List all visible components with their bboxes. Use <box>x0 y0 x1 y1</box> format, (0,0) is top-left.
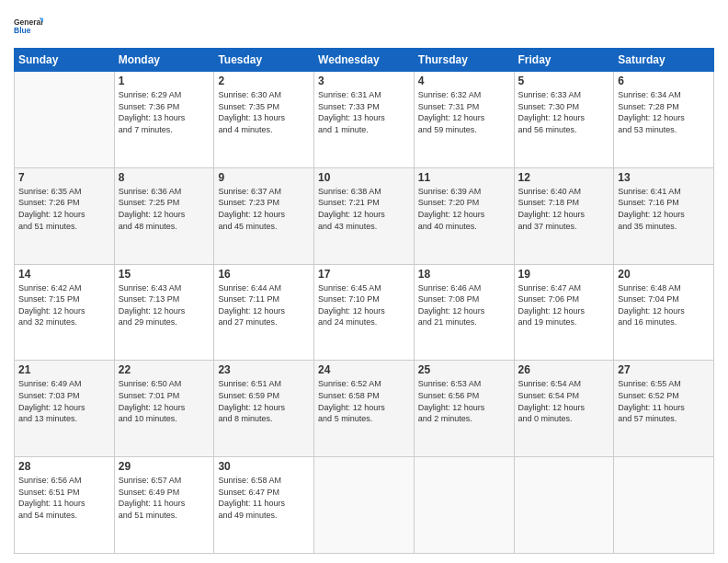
day-info-line: Sunrise: 6:45 AM <box>318 283 381 293</box>
day-info-line: Daylight: 12 hours <box>618 210 685 219</box>
day-number: 8 <box>119 171 210 184</box>
day-info-line: Sunset: 7:33 PM <box>318 102 380 111</box>
day-info-line: Daylight: 12 hours <box>418 210 485 219</box>
day-info: Sunrise: 6:48 AMSunset: 7:04 PMDaylight:… <box>618 282 710 328</box>
calendar-cell: 1Sunrise: 6:29 AMSunset: 7:36 PMDaylight… <box>114 72 214 168</box>
calendar-cell: 18Sunrise: 6:46 AMSunset: 7:08 PMDayligh… <box>414 264 514 361</box>
day-info-line: Sunrise: 6:33 AM <box>518 90 582 99</box>
col-sunday: Sunday <box>15 49 115 72</box>
day-number: 27 <box>618 363 710 376</box>
day-info-line: Daylight: 12 hours <box>418 403 485 412</box>
calendar-cell: 20Sunrise: 6:48 AMSunset: 7:04 PMDayligh… <box>614 264 714 361</box>
day-info-line: Sunset: 7:06 PM <box>518 294 580 304</box>
day-info: Sunrise: 6:30 AMSunset: 7:35 PMDaylight:… <box>218 89 310 135</box>
day-info-line: Sunrise: 6:44 AM <box>218 283 281 293</box>
day-info-line: Sunrise: 6:47 AM <box>518 283 582 293</box>
day-info-line: and 51 minutes. <box>119 511 177 520</box>
calendar-cell: 25Sunrise: 6:53 AMSunset: 6:56 PMDayligh… <box>414 361 514 457</box>
day-info-line: and 7 minutes. <box>119 125 173 134</box>
calendar-cell: 16Sunrise: 6:44 AMSunset: 7:11 PMDayligh… <box>214 264 314 361</box>
day-info-line: Sunrise: 6:42 AM <box>18 283 82 293</box>
calendar-cell: 13Sunrise: 6:41 AMSunset: 7:16 PMDayligh… <box>614 167 714 264</box>
day-info-line: Sunset: 7:13 PM <box>119 294 180 304</box>
day-info-line: Daylight: 12 hours <box>518 306 586 316</box>
day-info-line: Daylight: 12 hours <box>119 306 186 316</box>
day-number: 19 <box>518 268 610 281</box>
day-info-line: Daylight: 11 hours <box>18 499 85 508</box>
day-info: Sunrise: 6:56 AMSunset: 6:51 PMDaylight:… <box>18 475 110 521</box>
day-number: 20 <box>618 268 710 281</box>
day-info-line: Sunrise: 6:32 AM <box>418 90 482 99</box>
day-info-line: Daylight: 11 hours <box>218 499 285 508</box>
col-monday: Monday <box>114 49 214 72</box>
day-info-line: Sunrise: 6:39 AM <box>418 187 482 196</box>
day-info-line: and 10 minutes. <box>119 414 177 423</box>
calendar-cell: 28Sunrise: 6:56 AMSunset: 6:51 PMDayligh… <box>15 457 115 554</box>
day-info-line: Sunset: 7:35 PM <box>218 102 279 111</box>
col-thursday: Thursday <box>414 49 514 72</box>
day-info-line: Sunset: 6:51 PM <box>18 488 80 497</box>
day-info: Sunrise: 6:49 AMSunset: 7:03 PMDaylight:… <box>18 378 110 424</box>
calendar-cell: 8Sunrise: 6:36 AMSunset: 7:25 PMDaylight… <box>114 167 214 264</box>
day-info-line: Daylight: 13 hours <box>318 113 385 122</box>
day-info-line: and 56 minutes. <box>518 125 577 134</box>
day-info-line: Sunrise: 6:37 AM <box>218 187 281 196</box>
svg-text:Blue: Blue <box>14 26 31 35</box>
day-number: 30 <box>218 460 310 473</box>
day-info-line: Daylight: 11 hours <box>119 499 186 508</box>
day-info-line: Daylight: 12 hours <box>218 306 285 316</box>
day-info-line: Sunrise: 6:58 AM <box>218 476 281 485</box>
day-info-line: Sunset: 7:03 PM <box>18 391 80 400</box>
day-info-line: Daylight: 12 hours <box>18 306 85 316</box>
calendar-week-5: 28Sunrise: 6:56 AMSunset: 6:51 PMDayligh… <box>15 457 714 554</box>
day-info-line: Daylight: 12 hours <box>418 306 485 316</box>
day-info-line: and 37 minutes. <box>518 222 577 231</box>
day-number: 21 <box>18 363 110 376</box>
day-info-line: and 51 minutes. <box>18 222 77 231</box>
day-info: Sunrise: 6:35 AMSunset: 7:26 PMDaylight:… <box>18 186 110 232</box>
calendar-cell: 24Sunrise: 6:52 AMSunset: 6:58 PMDayligh… <box>314 361 415 457</box>
day-info: Sunrise: 6:45 AMSunset: 7:10 PMDaylight:… <box>318 282 410 328</box>
col-friday: Friday <box>514 49 614 72</box>
day-info: Sunrise: 6:29 AMSunset: 7:36 PMDaylight:… <box>119 89 210 135</box>
day-info-line: Daylight: 12 hours <box>318 210 385 219</box>
day-info-line: Sunset: 6:52 PM <box>618 391 679 400</box>
day-info-line: Sunrise: 6:46 AM <box>418 283 482 293</box>
day-number: 5 <box>518 75 610 87</box>
calendar-cell: 12Sunrise: 6:40 AMSunset: 7:18 PMDayligh… <box>514 167 614 264</box>
day-number: 25 <box>418 363 510 376</box>
day-info-line: Sunrise: 6:41 AM <box>618 187 681 196</box>
day-info-line: Sunset: 7:08 PM <box>418 294 480 304</box>
svg-text:General: General <box>14 17 43 27</box>
calendar-cell: 10Sunrise: 6:38 AMSunset: 7:21 PMDayligh… <box>314 167 415 264</box>
col-wednesday: Wednesday <box>314 49 415 72</box>
day-number: 22 <box>119 363 210 376</box>
col-saturday: Saturday <box>614 49 714 72</box>
day-info-line: and 8 minutes. <box>218 414 272 423</box>
day-info-line: Daylight: 12 hours <box>18 210 85 219</box>
day-info-line: Daylight: 12 hours <box>18 403 85 412</box>
day-info-line: and 53 minutes. <box>618 125 677 134</box>
calendar-cell: 5Sunrise: 6:33 AMSunset: 7:30 PMDaylight… <box>514 72 614 168</box>
calendar-cell: 23Sunrise: 6:51 AMSunset: 6:59 PMDayligh… <box>214 361 314 457</box>
day-info-line: and 16 minutes. <box>618 317 677 327</box>
day-info-line: Daylight: 13 hours <box>119 113 186 122</box>
day-info-line: Sunset: 6:54 PM <box>518 391 580 400</box>
day-info-line: Sunrise: 6:49 AM <box>18 379 82 388</box>
calendar-cell: 19Sunrise: 6:47 AMSunset: 7:06 PMDayligh… <box>514 264 614 361</box>
day-info: Sunrise: 6:40 AMSunset: 7:18 PMDaylight:… <box>518 186 610 232</box>
day-info: Sunrise: 6:33 AMSunset: 7:30 PMDaylight:… <box>518 89 610 135</box>
day-info: Sunrise: 6:38 AMSunset: 7:21 PMDaylight:… <box>318 186 410 232</box>
day-info-line: Sunrise: 6:29 AM <box>119 90 182 99</box>
day-info-line: and 48 minutes. <box>119 222 177 231</box>
day-info-line: Sunset: 7:36 PM <box>119 102 180 111</box>
day-info: Sunrise: 6:53 AMSunset: 6:56 PMDaylight:… <box>418 378 510 424</box>
day-info-line: and 2 minutes. <box>418 414 472 423</box>
day-info: Sunrise: 6:52 AMSunset: 6:58 PMDaylight:… <box>318 378 410 424</box>
day-info-line: and 4 minutes. <box>218 125 272 134</box>
calendar-cell: 22Sunrise: 6:50 AMSunset: 7:01 PMDayligh… <box>114 361 214 457</box>
day-info: Sunrise: 6:54 AMSunset: 6:54 PMDaylight:… <box>518 378 610 424</box>
calendar-cell: 21Sunrise: 6:49 AMSunset: 7:03 PMDayligh… <box>15 361 115 457</box>
day-info: Sunrise: 6:51 AMSunset: 6:59 PMDaylight:… <box>218 378 310 424</box>
calendar-table: Sunday Monday Tuesday Wednesday Thursday… <box>14 48 714 554</box>
